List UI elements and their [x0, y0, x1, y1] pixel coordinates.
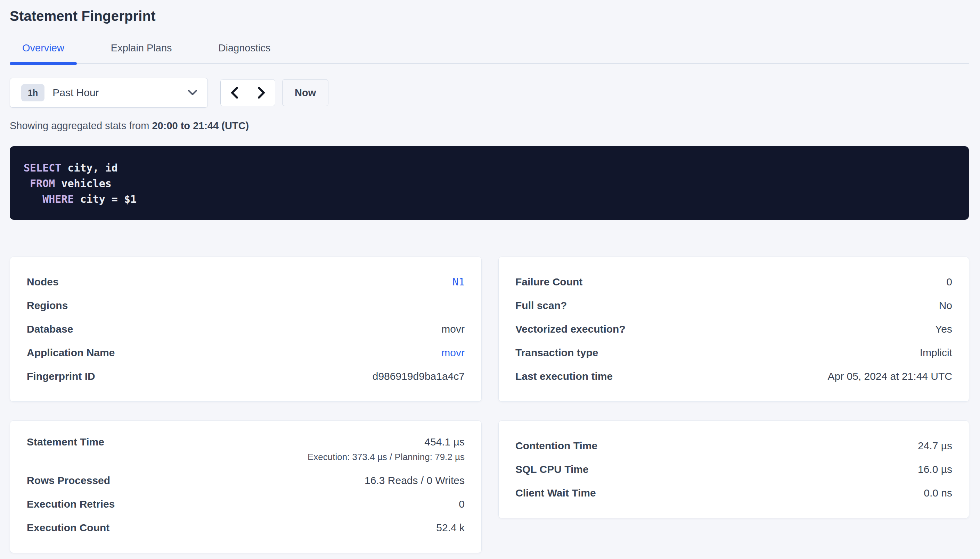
- row-value: Apr 05, 2024 at 21:44 UTC: [827, 370, 952, 382]
- sql-keyword: SELECT: [24, 162, 61, 174]
- statement-fingerprint-page: Statement Fingerprint Overview Explain P…: [0, 8, 980, 553]
- aggregation-range-text: Showing aggregated stats from 20:00 to 2…: [10, 120, 969, 132]
- row-value: 0: [459, 498, 464, 510]
- sql-statement-box: SELECT city, id FROM vehicles WHERE city…: [10, 146, 969, 220]
- sql-line-3: WHERE city = $1: [24, 191, 955, 207]
- prev-time-range-button[interactable]: [221, 79, 248, 106]
- time-controls: 1h Past Hour Now: [10, 78, 969, 108]
- row-label: Last execution time: [516, 370, 613, 382]
- row-value: 16.3 Reads / 0 Writes: [365, 475, 464, 486]
- time-range-nav: [221, 79, 275, 106]
- statement-stats-card: Statement Time 454.1 µs Execution: 373.4…: [10, 420, 482, 553]
- detail-row-execution-count: Execution Count 52.4 k: [27, 516, 464, 539]
- row-label: Fingerprint ID: [27, 370, 95, 382]
- row-value: movr: [441, 323, 464, 335]
- detail-row-execution-retries: Execution Retries 0: [27, 492, 464, 516]
- detail-row-failure-count: Failure Count 0: [516, 270, 952, 294]
- page-title: Statement Fingerprint: [10, 8, 969, 24]
- detail-row-sql-cpu-time: SQL CPU Time 16.0 µs: [516, 458, 952, 481]
- now-button[interactable]: Now: [282, 79, 328, 106]
- time-range-label: Past Hour: [53, 87, 188, 99]
- row-value: No: [939, 299, 952, 311]
- sql-indent: [24, 193, 42, 205]
- sql-text: city, id: [61, 162, 118, 174]
- statement-time-value: 454.1 µs: [308, 434, 464, 450]
- sql-keyword: WHERE: [42, 193, 74, 205]
- row-label: Database: [27, 323, 73, 335]
- tab-diagnostics[interactable]: Diagnostics: [206, 42, 283, 63]
- chevron-left-icon: [230, 87, 238, 99]
- row-label: Contention Time: [516, 440, 597, 452]
- detail-row-database: Database movr: [27, 318, 464, 341]
- statement-details-card: Nodes N1 Regions Database movr Applicati…: [10, 256, 482, 402]
- sql-indent: [24, 177, 30, 190]
- aggregation-range-value: 20:00 to 21:44 (UTC): [152, 120, 249, 131]
- tab-explain-plans[interactable]: Explain Plans: [98, 42, 184, 63]
- timing-card: Contention Time 24.7 µs SQL CPU Time 16.…: [498, 420, 969, 518]
- sql-text: vehicles: [55, 177, 111, 190]
- row-value: d986919d9ba1a4c7: [373, 370, 464, 382]
- chevron-right-icon: [258, 87, 265, 99]
- row-value: 16.0 µs: [918, 463, 952, 475]
- statement-time-breakdown: Execution: 373.4 µs / Planning: 79.2 µs: [308, 450, 464, 464]
- detail-row-last-execution-time: Last execution time Apr 05, 2024 at 21:4…: [516, 365, 952, 388]
- detail-row-full-scan: Full scan? No: [516, 294, 952, 318]
- application-name-link[interactable]: movr: [441, 347, 464, 359]
- row-value: Yes: [935, 323, 952, 335]
- detail-row-vectorized: Vectorized execution? Yes: [516, 318, 952, 341]
- row-label: Regions: [27, 299, 68, 311]
- detail-row-rows-processed: Rows Processed 16.3 Reads / 0 Writes: [27, 469, 464, 492]
- chevron-down-icon: [188, 90, 197, 96]
- row-value: 24.7 µs: [918, 440, 952, 452]
- row-value: Implicit: [920, 347, 952, 359]
- sql-line-2: FROM vehicles: [24, 176, 955, 191]
- row-label: Statement Time: [27, 434, 104, 450]
- row-value: 52.4 k: [436, 522, 464, 534]
- row-label: Transaction type: [516, 347, 598, 359]
- statement-time-values: 454.1 µs Execution: 373.4 µs / Planning:…: [308, 434, 464, 464]
- execution-attributes-card: Failure Count 0 Full scan? No Vectorized…: [498, 256, 969, 402]
- row-value: 0: [946, 276, 952, 288]
- row-value: 0.0 ns: [924, 487, 952, 499]
- row-label: Execution Count: [27, 522, 109, 534]
- time-range-selector[interactable]: 1h Past Hour: [10, 78, 208, 108]
- row-label: SQL CPU Time: [516, 463, 589, 475]
- row-label: Failure Count: [516, 276, 582, 288]
- sql-text: city = $1: [74, 193, 137, 205]
- detail-row-contention-time: Contention Time 24.7 µs: [516, 434, 952, 458]
- row-label: Vectorized execution?: [516, 323, 625, 335]
- row-label: Nodes: [27, 276, 59, 288]
- nodes-link[interactable]: N1: [453, 276, 464, 288]
- row-label: Application Name: [27, 347, 115, 359]
- row-label: Execution Retries: [27, 498, 115, 510]
- detail-row-client-wait-time: Client Wait Time 0.0 ns: [516, 481, 952, 505]
- row-label: Full scan?: [516, 299, 567, 311]
- detail-row-nodes: Nodes N1: [27, 270, 464, 294]
- tab-overview[interactable]: Overview: [10, 42, 77, 63]
- time-range-badge: 1h: [21, 84, 45, 101]
- detail-row-application-name: Application Name movr: [27, 341, 464, 365]
- tab-bar: Overview Explain Plans Diagnostics: [10, 42, 969, 64]
- detail-row-transaction-type: Transaction type Implicit: [516, 341, 952, 365]
- detail-row-fingerprint-id: Fingerprint ID d986919d9ba1a4c7: [27, 365, 464, 388]
- row-label: Client Wait Time: [516, 487, 596, 499]
- sql-keyword: FROM: [30, 177, 55, 190]
- detail-row-statement-time: Statement Time 454.1 µs Execution: 373.4…: [27, 434, 464, 469]
- sql-line-1: SELECT city, id: [24, 160, 955, 176]
- aggregation-range-prefix: Showing aggregated stats from: [10, 120, 149, 131]
- next-time-range-button[interactable]: [248, 79, 275, 106]
- summary-cards: Nodes N1 Regions Database movr Applicati…: [10, 256, 969, 553]
- row-label: Rows Processed: [27, 475, 110, 486]
- detail-row-regions: Regions: [27, 294, 464, 318]
